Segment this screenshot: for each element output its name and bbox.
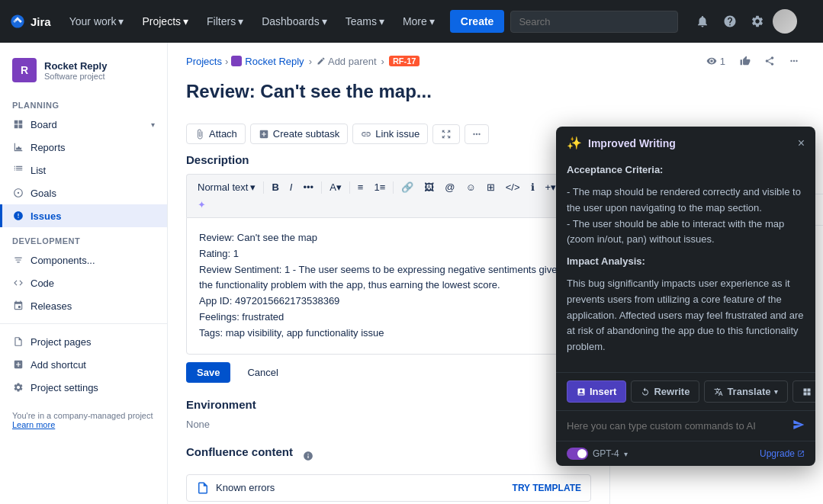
create-subtask-button[interactable]: Create subtask	[250, 124, 348, 144]
ai-templates-button[interactable]: Templates	[792, 380, 815, 403]
create-button[interactable]: Create	[450, 10, 505, 33]
issues-icon	[12, 210, 24, 222]
ai-insert-button[interactable]: Insert	[567, 380, 626, 403]
breadcrumb-sep1: ›	[225, 56, 228, 67]
sidebar-item-releases[interactable]: Releases	[0, 294, 167, 317]
breadcrumb-project-link[interactable]: Rocket Reply	[231, 56, 304, 67]
gpt-toggle[interactable]	[567, 448, 588, 460]
code-icon	[12, 277, 24, 289]
confluence-section: Confluence content Known errors TRY TEMP…	[186, 445, 591, 502]
description-title: Description	[186, 153, 591, 166]
ai-translate-label: Translate	[727, 386, 770, 397]
list-label: List	[31, 165, 46, 176]
sidebar-item-add-shortcut[interactable]: Add shortcut	[0, 353, 167, 376]
mention-button[interactable]: @	[440, 179, 459, 195]
releases-label: Releases	[31, 300, 72, 312]
watch-button[interactable]: 1	[700, 53, 731, 70]
sidebar-item-project-settings[interactable]: Project settings	[0, 376, 167, 399]
settings-button[interactable]	[745, 9, 770, 34]
ai-popup-header: ✨ Improved Writing ×	[556, 127, 815, 159]
confluence-item[interactable]: Known errors TRY TEMPLATE	[186, 474, 591, 502]
more-options-button[interactable]	[783, 50, 805, 72]
ai-send-button[interactable]	[792, 419, 805, 433]
confluence-header: Confluence content	[186, 445, 591, 467]
description-text: Review: Can't see the map Rating: 1 Revi…	[199, 230, 578, 342]
dashboards-nav[interactable]: Dashboards ▾	[256, 11, 333, 32]
text-color-button[interactable]: A▾	[325, 179, 346, 195]
toolbar-sep-3	[349, 181, 350, 194]
confluence-info-icon[interactable]	[297, 445, 319, 467]
attach-label: Attach	[209, 128, 237, 140]
project-name: Rocket Reply	[44, 60, 107, 72]
info-button[interactable]: ℹ	[526, 179, 539, 195]
filters-nav[interactable]: Filters ▾	[201, 11, 249, 32]
breadcrumb-projects-link[interactable]: Projects	[186, 56, 222, 67]
learn-more-link[interactable]: Learn more	[12, 420, 55, 429]
save-button[interactable]: Save	[186, 362, 230, 383]
reports-icon	[12, 141, 24, 153]
your-work-nav[interactable]: Your work ▾	[63, 11, 130, 32]
board-chevron: ▾	[151, 120, 155, 129]
issue-title: Review: Can't see the map...	[186, 81, 805, 102]
expand-button[interactable]	[432, 124, 460, 144]
search-input[interactable]	[510, 11, 678, 33]
sidebar-item-board[interactable]: Board ▾	[0, 113, 167, 136]
add-parent-link[interactable]: Add parent	[317, 56, 377, 67]
attach-button[interactable]: Attach	[186, 124, 246, 144]
templates-icon	[802, 387, 812, 396]
sidebar-item-list[interactable]: List	[0, 159, 167, 181]
svg-point-0	[18, 192, 19, 194]
breadcrumb-sep2: ›	[309, 56, 312, 67]
more-actions-button[interactable]	[465, 124, 489, 144]
sidebar-item-reports[interactable]: Reports	[0, 136, 167, 159]
ai-toolbar-button[interactable]: ✦	[193, 197, 211, 213]
italic-button[interactable]: I	[285, 179, 297, 195]
gpt-badge: GPT-4 ▾	[567, 448, 628, 460]
cancel-button[interactable]: Cancel	[236, 362, 288, 383]
sidebar: R Rocket Reply Software project PLANNING…	[0, 43, 168, 504]
user-avatar[interactable]	[773, 9, 797, 34]
sidebar-item-project-pages[interactable]: Project pages	[0, 330, 167, 353]
teams-nav[interactable]: Teams ▾	[339, 11, 391, 32]
table-button[interactable]: ⊞	[482, 179, 500, 195]
notifications-button[interactable]	[690, 9, 715, 34]
sidebar-item-issues[interactable]: Issues	[0, 204, 167, 227]
try-template-button[interactable]: TRY TEMPLATE	[513, 483, 581, 493]
gpt-label: GPT-4	[593, 448, 619, 459]
impact-text: This bug significantly impacts user expe…	[567, 276, 805, 355]
code-button[interactable]: </>	[501, 179, 525, 195]
ai-command-input[interactable]	[567, 420, 786, 432]
format-select[interactable]: Normal text ▾	[193, 179, 260, 195]
image-button[interactable]: 🖼	[420, 179, 439, 195]
editor-body[interactable]: Review: Can't see the map Rating: 1 Revi…	[186, 217, 591, 355]
numbered-list-button[interactable]: 1≡	[369, 179, 390, 195]
environment-value: None	[186, 419, 591, 430]
project-type: Software project	[44, 72, 107, 81]
add-shortcut-label: Add shortcut	[31, 359, 86, 371]
sidebar-item-components[interactable]: Components...	[0, 249, 167, 271]
link-button[interactable]: 🔗	[397, 179, 418, 195]
upgrade-link[interactable]: Upgrade	[760, 448, 805, 459]
jira-text: Jira	[31, 15, 51, 28]
vote-button[interactable]	[735, 50, 756, 72]
projects-nav[interactable]: Projects ▾	[136, 11, 194, 32]
bold-button[interactable]: B	[267, 179, 283, 195]
ai-popup-close-button[interactable]: ×	[798, 136, 805, 150]
more-format-button[interactable]: •••	[298, 179, 318, 195]
sidebar-item-code[interactable]: Code	[0, 271, 167, 294]
ai-popup-icon: ✨	[567, 136, 582, 150]
emoji-button[interactable]: ☺	[461, 179, 480, 195]
share-button[interactable]	[759, 50, 780, 72]
more-nav[interactable]: More ▾	[397, 11, 441, 32]
ai-popup: ✨ Improved Writing × Acceptance Criteria…	[556, 127, 815, 466]
ai-rewrite-button[interactable]: Rewrite	[631, 380, 699, 403]
sidebar-item-goals[interactable]: Goals	[0, 181, 167, 204]
issue-main: Description Normal text ▾ B I ••• A▾	[168, 153, 609, 504]
ai-translate-button[interactable]: Translate ▾	[704, 380, 788, 403]
logo-area[interactable]: Jira	[9, 13, 51, 30]
help-button[interactable]	[718, 9, 742, 34]
acceptance-title: Acceptance Criteria:	[567, 162, 805, 178]
releases-icon	[12, 300, 24, 312]
bullet-list-button[interactable]: ≡	[353, 179, 368, 195]
link-issue-button[interactable]: Link issue	[352, 124, 428, 144]
